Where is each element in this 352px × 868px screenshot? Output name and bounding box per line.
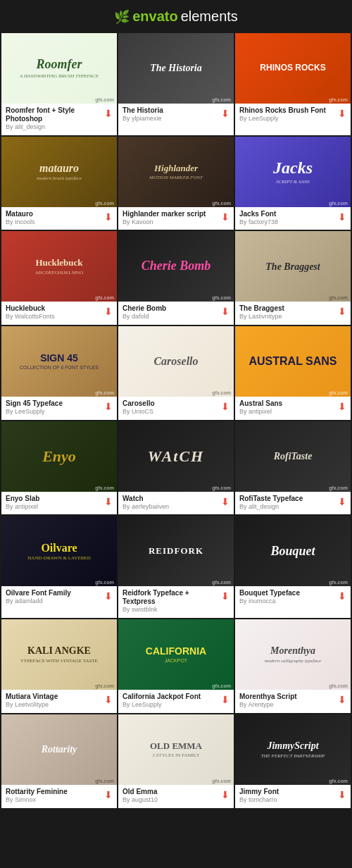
grid-item-oilvare[interactable]: Oilvare HAND-DRAWN & LAYERED gfx.com Oil… — [1, 516, 117, 618]
grid-item-rofitaste[interactable]: RofiTaste gfx.com RofiTaste Typeface By … — [235, 421, 351, 515]
download-icon-kali[interactable]: ⬇ — [104, 694, 113, 705]
grid-item-braggest[interactable]: The Braggest gfx.com The Braggest By Las… — [235, 231, 351, 325]
download-icon-carosello[interactable]: ⬇ — [221, 401, 230, 412]
watermark: gfx.com — [95, 97, 114, 102]
download-icon-jacks[interactable]: ⬇ — [338, 211, 346, 223]
item-title-reidfork: Reidfork Typeface + Textpress — [122, 589, 218, 606]
thumb-kali: KALI ANGKE TYPEFACE WITH VINTAGE TASTE g… — [1, 619, 117, 690]
item-author-rhinos: By LeeSupply — [239, 115, 326, 123]
grid-item-reidfork[interactable]: REIDFORK gfx.com Reidfork Typeface + Tex… — [118, 516, 234, 618]
item-author-rottarity: By Simnox — [6, 796, 68, 805]
download-icon-roomfer[interactable]: ⬇ — [104, 108, 113, 119]
download-icon-historia[interactable]: ⬇ — [221, 108, 230, 119]
item-info-carosello: Carosello By UnioCS ⬇ — [118, 397, 234, 420]
grid-item-oldemma[interactable]: OLD EMMA 3 STYLES IN FAMILY gfx.com Old … — [118, 714, 234, 808]
watermark: gfx.com — [95, 580, 114, 585]
item-info-historia: The Historia By ylpiamexie ⬇ — [118, 104, 234, 127]
logo-leaf-icon: 🌿 — [114, 9, 130, 25]
grid-item-morenthya[interactable]: Morenthya modern calligraphy typeface gf… — [235, 619, 351, 713]
thumb-watch: WAtCH gfx.com — [118, 421, 234, 492]
item-info-hucklebuck: Hucklebuck By WalcottsFonts ⬇ — [1, 302, 117, 325]
grid-item-enyo[interactable]: Enyo gfx.com Enyo Slab By antipixel ⬇ — [1, 421, 117, 515]
item-title-enyo: Enyo Slab — [6, 495, 39, 503]
watermark: gfx.com — [212, 295, 231, 300]
download-icon-matauro[interactable]: ⬇ — [104, 211, 113, 223]
grid-item-bouquet[interactable]: Bouquet gfx.com Bouquet Typeface By inum… — [235, 516, 351, 618]
grid-item-roomfer[interactable]: Roomfer A HANDWRITING BRUSH TYPEFACE gfx… — [1, 33, 117, 135]
thumb-historia: The Historia gfx.com — [118, 33, 234, 104]
item-title-rofitaste: RofiTaste Typeface — [239, 495, 303, 503]
download-icon-oldemma[interactable]: ⬇ — [221, 789, 230, 800]
grid-item-watch[interactable]: WAtCH gfx.com Watch By aerleybaiiven ⬇ — [118, 421, 234, 515]
grid-item-california[interactable]: California JACKPOT gfx.com California Ja… — [118, 619, 234, 713]
thumb-austral: Austral Sans gfx.com — [235, 326, 351, 397]
grid-item-kali[interactable]: KALI ANGKE TYPEFACE WITH VINTAGE TASTE g… — [1, 619, 117, 713]
download-icon-rhinos[interactable]: ⬇ — [338, 108, 346, 119]
watermark: gfx.com — [212, 390, 231, 395]
grid-item-cherie[interactable]: Cherie Bomb gfx.com Cherie Bomb By dafol… — [118, 231, 234, 325]
item-author-cherie: By dafold — [122, 313, 166, 321]
download-icon-enyo[interactable]: ⬇ — [104, 496, 113, 507]
download-icon-rottarity[interactable]: ⬇ — [104, 789, 113, 800]
item-info-reidfork: Reidfork Typeface + Textpress By swistbl… — [118, 586, 234, 618]
item-author-highlander: By Kavoon — [122, 218, 206, 227]
thumb-matauro: matauro modern brush typeface gfx.com — [1, 137, 117, 207]
watermark: gfx.com — [329, 779, 348, 783]
download-icon-braggest[interactable]: ⬇ — [338, 306, 346, 317]
download-icon-morenthya[interactable]: ⬇ — [338, 694, 346, 705]
watermark: gfx.com — [212, 580, 231, 585]
download-icon-austral[interactable]: ⬇ — [338, 401, 346, 412]
grid-item-austral[interactable]: Austral Sans gfx.com Austral Sans By ant… — [235, 326, 351, 420]
grid-item-rottarity[interactable]: Rottarity gfx.com Rottarity Feminine By … — [1, 714, 117, 808]
grid-item-carosello[interactable]: Carosello gfx.com Carosello By UnioCS ⬇ — [118, 326, 234, 420]
item-title-braggest: The Braggest — [239, 304, 284, 313]
watermark: gfx.com — [95, 485, 114, 490]
item-title-rhinos: Rhinos Rocks Brush Font — [239, 106, 326, 115]
download-icon-hucklebuck[interactable]: ⬇ — [104, 306, 113, 317]
logo[interactable]: 🌿 envato elements — [114, 8, 238, 25]
thumb-braggest: The Braggest gfx.com — [235, 231, 351, 302]
item-title-jimmy: Jimmy Font — [239, 788, 279, 796]
grid-item-rhinos[interactable]: RHINOS ROCKS gfx.com Rhinos Rocks Brush … — [235, 33, 351, 135]
item-info-highlander: Highlander marker script By Kavoon ⬇ — [118, 207, 234, 230]
item-author-morenthya: By Arentype — [239, 701, 297, 709]
grid-item-jacks[interactable]: Jacks SCRIPT & SANS gfx.com Jacks Font B… — [235, 137, 351, 230]
item-info-braggest: The Braggest By Lastivnitype ⬇ — [235, 302, 351, 325]
grid-item-jimmy[interactable]: JimmyScript THE PERFECT PARTNERSHIP gfx.… — [235, 714, 351, 808]
thumb-rottarity: Rottarity gfx.com — [1, 714, 117, 785]
item-title-carosello: Carosello — [122, 399, 155, 408]
thumb-rofitaste: RofiTaste gfx.com — [235, 421, 351, 492]
grid-item-historia[interactable]: The Historia gfx.com The Historia By ylp… — [118, 33, 234, 135]
watermark: gfx.com — [329, 201, 348, 206]
thumb-jimmy: JimmyScript THE PERFECT PARTNERSHIP gfx.… — [235, 714, 351, 785]
watermark: gfx.com — [95, 779, 114, 783]
thumb-oilvare: Oilvare HAND-DRAWN & LAYERED gfx.com — [1, 516, 117, 586]
download-icon-rofitaste[interactable]: ⬇ — [338, 496, 346, 507]
download-icon-watch[interactable]: ⬇ — [221, 496, 230, 507]
grid-item-sign45[interactable]: SIGN 45 COLLECTION OF 6 FONT STYLES gfx.… — [1, 326, 117, 420]
download-icon-reidfork[interactable]: ⬇ — [221, 590, 230, 602]
item-info-rofitaste: RofiTaste Typeface By alit_design ⬇ — [235, 492, 351, 515]
download-icon-highlander[interactable]: ⬇ — [221, 211, 230, 223]
item-title-oilvare: Oilvare Font Family — [6, 589, 71, 597]
download-icon-cherie[interactable]: ⬇ — [221, 306, 230, 317]
grid-item-hucklebuck[interactable]: Hucklebuck ABCDEFGHIJKLMNO gfx.com Huckl… — [1, 231, 117, 325]
grid-item-matauro[interactable]: matauro modern brush typeface gfx.com Ma… — [1, 137, 117, 230]
item-title-california: California Jackpot Font — [122, 693, 201, 701]
download-icon-bouquet[interactable]: ⬇ — [338, 590, 346, 602]
watermark: gfx.com — [329, 580, 348, 585]
download-icon-sign45[interactable]: ⬇ — [104, 401, 113, 412]
item-info-oilvare: Oilvare Font Family By adamladd ⬇ — [1, 586, 117, 609]
item-title-rottarity: Rottarity Feminine — [6, 788, 68, 796]
item-author-oilvare: By adamladd — [6, 597, 71, 606]
item-author-rofitaste: By alit_design — [239, 503, 303, 512]
thumb-sign45: SIGN 45 COLLECTION OF 6 FONT STYLES gfx.… — [1, 326, 117, 397]
download-icon-california[interactable]: ⬇ — [221, 694, 230, 705]
download-icon-jimmy[interactable]: ⬇ — [338, 789, 346, 800]
thumb-hucklebuck: Hucklebuck ABCDEFGHIJKLMNO gfx.com — [1, 231, 117, 302]
download-icon-oilvare[interactable]: ⬇ — [104, 590, 113, 602]
watermark: gfx.com — [95, 295, 114, 300]
grid-item-highlander[interactable]: Highlander MOTION MARKER FONT gfx.com Hi… — [118, 137, 234, 230]
item-info-california: California Jackpot Font By LeeSupply ⬇ — [118, 690, 234, 713]
item-title-roomfer: Roomfer font + Style Photoshop — [6, 106, 101, 123]
